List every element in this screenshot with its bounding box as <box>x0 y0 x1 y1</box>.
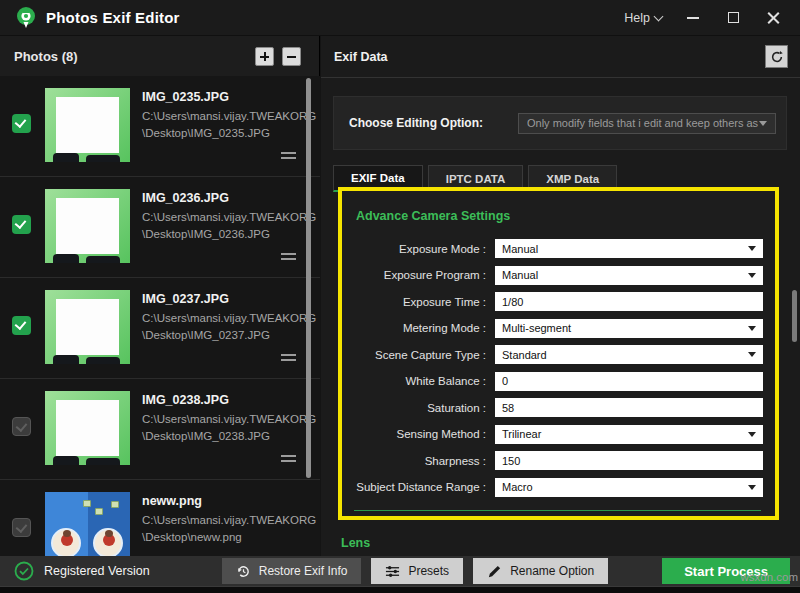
check-icon <box>16 420 28 432</box>
app-title: Photos Exif Editor <box>46 9 180 26</box>
minimize-icon <box>687 17 699 19</box>
help-menu[interactable]: Help <box>616 7 670 29</box>
photo-menu-icon[interactable] <box>281 152 296 162</box>
photo-path-line1: C:\Users\mansi.vijay.TWEAKORG <box>142 413 316 425</box>
form-row: Exposure Program : Manual <box>352 266 763 285</box>
lens-section-title: Lens <box>341 536 370 550</box>
pencil-icon <box>487 564 502 579</box>
form-row: Scene Capture Type : Standard <box>352 345 763 364</box>
photo-list-item[interactable]: IMG_0237.JPG C:\Users\mansi.vijay.TWEAKO… <box>0 278 320 379</box>
field-label: Exposure Mode : <box>352 243 495 255</box>
refresh-icon <box>770 50 784 64</box>
field-label: White Balance : <box>352 375 495 387</box>
section-divider <box>354 510 761 511</box>
photo-path-line2: \Desktop\neww.png <box>142 531 242 543</box>
field-label: Subject Distance Range : <box>352 481 495 493</box>
photos-scrollbar[interactable] <box>306 78 311 478</box>
form-row: Metering Mode : Multi-segment <box>352 319 763 338</box>
photo-menu-icon[interactable] <box>281 354 296 364</box>
saturation-input[interactable] <box>495 398 763 417</box>
photo-checkbox-unchecked[interactable] <box>12 417 31 436</box>
metering-mode-select[interactable]: Multi-segment <box>495 319 763 338</box>
remove-photos-button[interactable] <box>282 47 301 66</box>
presets-button[interactable]: Presets <box>371 558 463 584</box>
subject-distance-range-select[interactable]: Macro <box>495 478 763 497</box>
maximize-icon <box>728 12 739 23</box>
photo-path-line1: C:\Users\mansi.vijay.TWEAKORG <box>142 110 316 122</box>
exif-panel: Exif Data Choose Editing Option: Only mo… <box>321 36 800 556</box>
registered-version-label: Registered Version <box>44 564 150 578</box>
photo-checkbox-unchecked[interactable] <box>12 518 31 537</box>
photo-path-line2: \Desktop\IMG_0237.JPG <box>142 329 270 341</box>
photo-checkbox-checked[interactable] <box>12 316 31 335</box>
minimize-button[interactable] <box>676 5 710 31</box>
photo-checkbox-checked[interactable] <box>12 215 31 234</box>
photo-checkbox-checked[interactable] <box>12 114 31 133</box>
chevron-down-icon <box>748 246 756 251</box>
status-bar: Registered Version Restore Exif Info <box>0 556 800 586</box>
photo-path: C:\Users\mansi.vijay.TWEAKORG \Desktop\I… <box>142 209 310 244</box>
chevron-down-icon <box>748 432 756 437</box>
restore-exif-info-button[interactable]: Restore Exif Info <box>222 558 362 584</box>
exposure-mode-select[interactable]: Manual <box>495 239 763 258</box>
form-row: Subject Distance Range : Macro <box>352 478 763 497</box>
chevron-down-icon <box>759 121 767 126</box>
exif-panel-title: Exif Data <box>334 50 388 64</box>
photo-path: C:\Users\mansi.vijay.TWEAKORG \Desktop\I… <box>142 310 310 345</box>
editing-option-label: Choose Editing Option: <box>349 116 483 130</box>
app-window: Photos Exif Editor Help Photos (8) <box>0 0 800 593</box>
photo-path-line2: \Desktop\IMG_0238.JPG <box>142 430 270 442</box>
maximize-button[interactable] <box>716 5 750 31</box>
section-title: Advance Camera Settings <box>356 209 763 223</box>
chevron-down-icon <box>748 352 756 357</box>
photos-panel-title: Photos (8) <box>14 49 78 64</box>
photo-menu-icon[interactable] <box>281 455 296 465</box>
restore-icon <box>236 564 251 579</box>
add-photos-button[interactable] <box>255 47 274 66</box>
refresh-button[interactable] <box>765 45 788 68</box>
close-button[interactable] <box>756 5 790 31</box>
photo-list-item[interactable]: neww.png C:\Users\mansi.vijay.TWEAKORG \… <box>0 480 320 556</box>
photo-thumbnail <box>45 290 130 364</box>
exif-scrollbar[interactable] <box>792 290 797 342</box>
photo-list-item[interactable]: IMG_0235.JPG C:\Users\mansi.vijay.TWEAKO… <box>0 76 320 177</box>
exif-panel-header: Exif Data <box>321 36 800 78</box>
photo-thumbnail <box>45 492 130 556</box>
photo-list: IMG_0235.JPG C:\Users\mansi.vijay.TWEAKO… <box>0 76 320 556</box>
photo-filename: IMG_0235.JPG <box>142 90 310 104</box>
select-value: Manual <box>502 243 538 255</box>
field-label: Exposure Time : <box>352 296 495 308</box>
white-balance-input[interactable] <box>495 372 763 391</box>
photo-filename: IMG_0238.JPG <box>142 393 310 407</box>
chevron-down-icon <box>748 273 756 278</box>
photo-list-item[interactable]: IMG_0238.JPG C:\Users\mansi.vijay.TWEAKO… <box>0 379 320 480</box>
exposure-program-select[interactable]: Manual <box>495 266 763 285</box>
minus-icon <box>287 56 296 58</box>
check-icon <box>15 116 27 128</box>
sensing-method-select[interactable]: Trilinear <box>495 425 763 444</box>
advance-camera-settings-section: Advance Camera Settings Exposure Mode : … <box>338 187 779 520</box>
scene-capture-type-select[interactable]: Standard <box>495 345 763 364</box>
exposure-time-input[interactable] <box>495 292 763 311</box>
form-row: Sensing Method : Trilinear <box>352 425 763 444</box>
rename-label: Rename Option <box>510 564 594 578</box>
editing-option-select[interactable]: Only modify fields that i edit and keep … <box>518 113 776 134</box>
help-label: Help <box>624 11 650 25</box>
photo-menu-icon[interactable] <box>281 253 296 263</box>
sliders-icon <box>385 564 400 579</box>
photo-thumbnail <box>45 88 130 162</box>
field-label: Scene Capture Type : <box>352 349 495 361</box>
photo-list-item[interactable]: IMG_0236.JPG C:\Users\mansi.vijay.TWEAKO… <box>0 177 320 278</box>
field-label: Exposure Program : <box>352 269 495 281</box>
close-icon <box>767 11 780 24</box>
rename-option-button[interactable]: Rename Option <box>473 558 608 584</box>
photo-path: C:\Users\mansi.vijay.TWEAKORG \Desktop\I… <box>142 411 310 446</box>
form-row: White Balance : <box>352 372 763 391</box>
sharpness-input[interactable] <box>495 451 763 470</box>
photo-filename: IMG_0236.JPG <box>142 191 310 205</box>
photo-filename: IMG_0237.JPG <box>142 292 310 306</box>
field-label: Saturation : <box>352 402 495 414</box>
registered-check-icon <box>14 561 34 581</box>
chevron-down-icon <box>748 326 756 331</box>
check-icon <box>15 318 27 330</box>
